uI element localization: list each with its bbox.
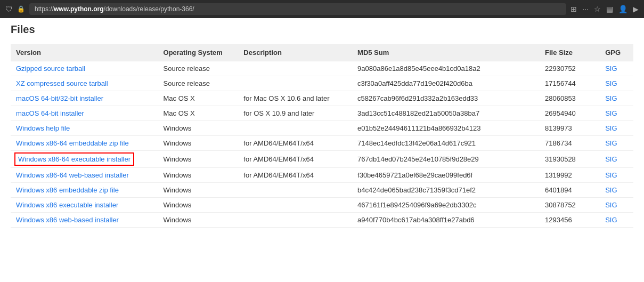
version-link[interactable]: macOS 64-bit installer [16, 109, 84, 117]
table-row: Windows help fileWindowse01b52e244946111… [11, 121, 633, 136]
size-cell: 26954940 [540, 106, 600, 121]
version-cell: Windows x86 executable installer [11, 198, 158, 213]
size-cell: 17156744 [540, 76, 600, 91]
gpg-cell: SIG [600, 106, 633, 121]
version-link[interactable]: Windows x86 executable installer [16, 201, 118, 209]
size-cell: 1293456 [540, 213, 600, 228]
version-link[interactable]: Windows x86 web-based installer [16, 216, 119, 224]
table-row: macOS 64-bit/32-bit installerMac OS Xfor… [11, 91, 633, 106]
table-row: XZ compressed source tarballSource relea… [11, 76, 633, 91]
desc-cell [238, 213, 352, 228]
desc-cell [238, 198, 352, 213]
gpg-cell: SIG [600, 61, 633, 76]
bookmark-icon[interactable]: ☆ [594, 5, 601, 13]
files-table: Version Operating System Description MD5… [11, 44, 633, 228]
sig-link[interactable]: SIG [605, 155, 617, 163]
os-cell: Source release [158, 76, 239, 91]
md5-cell: b4c424de065bad238c71359f3cd71ef2 [352, 183, 540, 198]
nav-icon[interactable]: ▶ [633, 5, 639, 13]
table-row: macOS 64-bit installerMac OS Xfor OS X 1… [11, 106, 633, 121]
os-cell: Windows [158, 121, 239, 136]
gpg-cell: SIG [600, 121, 633, 136]
page-title: Files [11, 23, 633, 36]
sig-link[interactable]: SIG [605, 186, 617, 194]
sig-link[interactable]: SIG [605, 65, 617, 72]
browser-actions: ⊞ ··· ☆ ▤ 👤 ▶ [570, 5, 639, 13]
desc-cell [238, 76, 352, 91]
sig-link[interactable]: SIG [605, 109, 617, 117]
md5-cell: a940f770b4bc617ab4a308ff1e27abd6 [352, 213, 540, 228]
md5-cell: 7148ec14edfdc13f42e06a14d617c921 [352, 136, 540, 151]
gpg-cell: SIG [600, 151, 633, 168]
md5-cell: 3ad13cc51c488182ed21a50050a38ba7 [352, 106, 540, 121]
sig-link[interactable]: SIG [605, 201, 617, 209]
version-link[interactable]: Windows help file [16, 124, 70, 132]
size-cell: 8139973 [540, 121, 600, 136]
header-version: Version [11, 44, 158, 61]
md5-cell: f30be4659721a0ef68e29cae099fed6f [352, 168, 540, 183]
version-cell: Windows help file [11, 121, 158, 136]
header-os: Operating System [158, 44, 239, 61]
url-text: https://www.python.org/downloads/release… [35, 5, 194, 13]
desc-cell [238, 61, 352, 76]
os-cell: Source release [158, 61, 239, 76]
gpg-cell: SIG [600, 198, 633, 213]
version-link[interactable]: macOS 64-bit/32-bit installer [16, 94, 103, 102]
page-content: Files Version Operating System Descripti… [0, 18, 644, 238]
gpg-cell: SIG [600, 76, 633, 91]
size-cell: 7186734 [540, 136, 600, 151]
sig-link[interactable]: SIG [605, 139, 617, 147]
size-cell: 6401894 [540, 183, 600, 198]
os-cell: Windows [158, 198, 239, 213]
header-size: File Size [540, 44, 600, 61]
version-link[interactable]: XZ compressed source tarball [16, 79, 108, 87]
sig-link[interactable]: SIG [605, 79, 617, 87]
version-link[interactable]: Gzipped source tarball [16, 65, 85, 72]
size-cell: 28060853 [540, 91, 600, 106]
os-cell: Windows [158, 151, 239, 168]
lock-icon: 🔒 [17, 5, 25, 13]
version-link[interactable]: Windows x86-64 executable installer [16, 154, 133, 164]
profile-icon[interactable]: 👤 [618, 5, 627, 13]
size-cell: 30878752 [540, 198, 600, 213]
md5-cell: 767db14ed07b245e24e10785f9d28e29 [352, 151, 540, 168]
url-domain: www.python.org [54, 5, 104, 13]
extensions-icon[interactable]: ⊞ [570, 5, 577, 13]
os-cell: Mac OS X [158, 91, 239, 106]
size-cell: 31930528 [540, 151, 600, 168]
sig-link[interactable]: SIG [605, 94, 617, 102]
more-icon[interactable]: ··· [582, 5, 589, 13]
reader-icon[interactable]: ▤ [606, 5, 613, 13]
version-cell: macOS 64-bit installer [11, 106, 158, 121]
table-row: Windows x86-64 executable installerWindo… [11, 151, 633, 168]
version-cell: macOS 64-bit/32-bit installer [11, 91, 158, 106]
os-cell: Mac OS X [158, 106, 239, 121]
version-cell: XZ compressed source tarball [11, 76, 158, 91]
gpg-cell: SIG [600, 213, 633, 228]
version-link[interactable]: Windows x86-64 embeddable zip file [16, 139, 129, 147]
version-cell: Windows x86-64 web-based installer [11, 168, 158, 183]
desc-cell: for OS X 10.9 and later [238, 106, 352, 121]
gpg-cell: SIG [600, 136, 633, 151]
version-cell: Windows x86 web-based installer [11, 213, 158, 228]
version-cell: Windows x86-64 embeddable zip file [11, 136, 158, 151]
sig-link[interactable]: SIG [605, 171, 617, 179]
os-cell: Windows [158, 183, 239, 198]
os-cell: Windows [158, 213, 239, 228]
desc-cell: for AMD64/EM64T/x64 [238, 168, 352, 183]
os-cell: Windows [158, 168, 239, 183]
table-row: Gzipped source tarballSource release9a08… [11, 61, 633, 76]
url-bar[interactable]: https://www.python.org/downloads/release… [29, 3, 566, 15]
table-row: Windows x86 web-based installerWindowsa9… [11, 213, 633, 228]
sig-link[interactable]: SIG [605, 216, 617, 224]
shield-icon: 🛡 [5, 5, 13, 13]
version-link[interactable]: Windows x86 embeddable zip file [16, 186, 119, 194]
url-path: /downloads/release/python-366/ [104, 5, 194, 13]
version-link[interactable]: Windows x86-64 web-based installer [16, 171, 129, 179]
sig-link[interactable]: SIG [605, 124, 617, 132]
md5-cell: c58267cab96f6d291d332a2b163edd33 [352, 91, 540, 106]
os-cell: Windows [158, 136, 239, 151]
table-row: Windows x86-64 embeddable zip fileWindow… [11, 136, 633, 151]
desc-cell: for AMD64/EM64T/x64 [238, 151, 352, 168]
size-cell: 1319992 [540, 168, 600, 183]
